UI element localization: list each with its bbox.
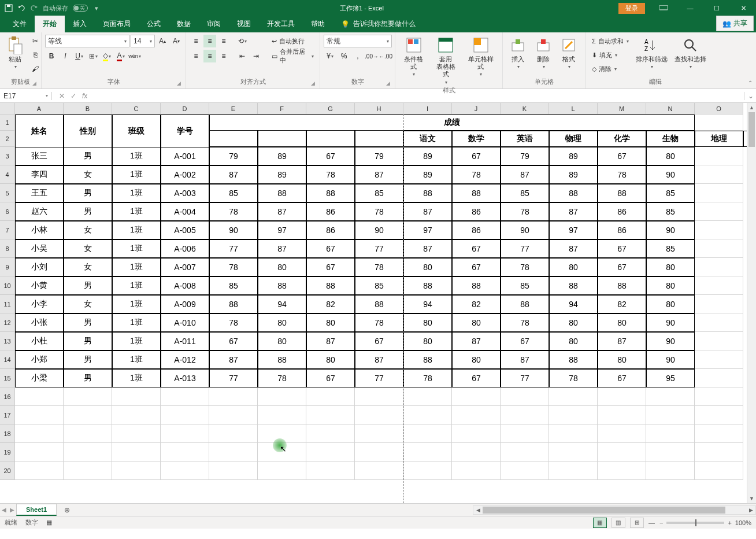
cell[interactable]: 90 [646,332,695,350]
cell[interactable]: 87 [209,350,258,369]
tellme[interactable]: 💡告诉我你想要做什么 [333,16,424,32]
cell[interactable] [209,387,258,406]
cell[interactable] [695,202,743,221]
cell[interactable]: 67 [355,332,403,350]
cell[interactable]: 89 [549,165,598,184]
cell[interactable] [598,387,646,406]
hscroll-thumb[interactable] [483,507,725,514]
cell[interactable] [452,443,501,462]
cell[interactable]: 67 [306,147,355,165]
col-header-H[interactable]: H [355,103,403,115]
cell[interactable]: 小李 [15,295,64,313]
cell[interactable]: 1班 [112,369,161,387]
align-bottom-button[interactable]: ≡ [217,35,230,47]
cell[interactable]: 80 [403,332,452,350]
cut-button[interactable]: ✂ [29,35,42,47]
row-header-8[interactable]: 8 [0,239,15,258]
undo-icon[interactable] [17,4,25,12]
cell[interactable]: 80 [258,332,306,350]
row-header-15[interactable]: 15 [0,369,15,387]
cell[interactable]: 小张 [15,313,64,332]
cell[interactable]: 男 [64,202,112,221]
cell[interactable] [695,462,743,480]
column-headers[interactable]: ABCDEFGHIJKLMNO [15,103,743,115]
cell[interactable] [549,462,598,480]
font-name-combo[interactable]: 等线▾ [45,35,129,47]
cell[interactable] [452,462,501,480]
cell[interactable]: A-009 [161,295,209,313]
cell[interactable]: 1班 [112,184,161,202]
font-size-combo[interactable]: 14▾ [131,35,155,47]
cell[interactable]: 85 [646,239,695,258]
cell[interactable] [355,443,403,462]
launcher-icon[interactable]: ◢ [311,80,315,86]
cell[interactable]: 男 [64,276,112,295]
cell[interactable]: 80 [598,350,646,369]
tab-home[interactable]: 开始 [35,16,65,32]
wrap-text-button[interactable]: ↩自动换行 [269,35,316,47]
cell[interactable]: 男 [64,184,112,202]
cell[interactable]: 80 [549,332,598,350]
cell[interactable]: 77 [501,369,549,387]
cell[interactable]: 78 [452,165,501,184]
cell[interactable]: 小梁 [15,369,64,387]
cell[interactable]: 地理 [695,131,743,147]
cell[interactable]: 80 [646,258,695,276]
cell[interactable]: 86 [306,221,355,239]
cell[interactable]: A-013 [161,369,209,387]
cell[interactable]: 数学 [452,131,501,147]
cell[interactable]: 80 [452,350,501,369]
cell[interactable] [64,406,112,424]
row-header-11[interactable]: 11 [0,295,15,313]
cell[interactable] [355,131,403,147]
cell[interactable]: 1班 [112,332,161,350]
cell[interactable]: 67 [598,369,646,387]
cell[interactable]: 男 [64,369,112,387]
cell[interactable] [695,239,743,258]
cell[interactable]: 88 [355,295,403,313]
col-header-B[interactable]: B [64,103,112,115]
cell[interactable]: 79 [501,147,549,165]
cell[interactable]: 97 [403,221,452,239]
cell[interactable]: 90 [646,165,695,184]
tab-help[interactable]: 帮助 [303,16,333,32]
cell[interactable]: 80 [646,295,695,313]
cell[interactable] [161,387,209,406]
cell[interactable]: 男 [64,332,112,350]
cell[interactable]: 88 [452,276,501,295]
cell[interactable]: 物理 [549,131,598,147]
cell[interactable] [112,406,161,424]
cell[interactable]: 87 [306,332,355,350]
cell[interactable]: 82 [306,295,355,313]
cell[interactable] [64,462,112,480]
cell[interactable] [695,350,743,369]
dec-decimal-button[interactable]: ←.00 [379,50,392,62]
scroll-left-icon[interactable]: ◀ [473,507,483,513]
cell[interactable]: 86 [598,221,646,239]
cell[interactable]: 87 [452,332,501,350]
border-button[interactable]: ⊞▾ [87,50,99,62]
cell[interactable] [646,406,695,424]
cell[interactable]: A-010 [161,313,209,332]
cell[interactable] [501,406,549,424]
cell[interactable]: 85 [646,202,695,221]
autosave-toggle[interactable]: 关 [73,5,88,12]
cell[interactable]: 王五 [15,184,64,202]
cell[interactable]: 88 [403,276,452,295]
launcher-icon[interactable]: ◢ [177,80,181,86]
launcher-icon[interactable]: ◢ [32,80,36,86]
cell[interactable]: 语文 [403,131,452,147]
cell[interactable] [15,443,64,462]
cell[interactable]: 小杜 [15,332,64,350]
cell[interactable]: 78 [501,202,549,221]
format-painter-button[interactable]: 🖌 [29,62,42,75]
close-button[interactable]: ✕ [731,0,756,16]
col-header-J[interactable]: J [452,103,501,115]
cell[interactable] [15,424,64,443]
cell[interactable]: 英语 [501,131,549,147]
tab-dev[interactable]: 开发工具 [259,16,303,32]
cell[interactable]: 87 [258,202,306,221]
cell[interactable]: 小吴 [15,239,64,258]
cell[interactable] [161,406,209,424]
cell[interactable]: 80 [306,350,355,369]
